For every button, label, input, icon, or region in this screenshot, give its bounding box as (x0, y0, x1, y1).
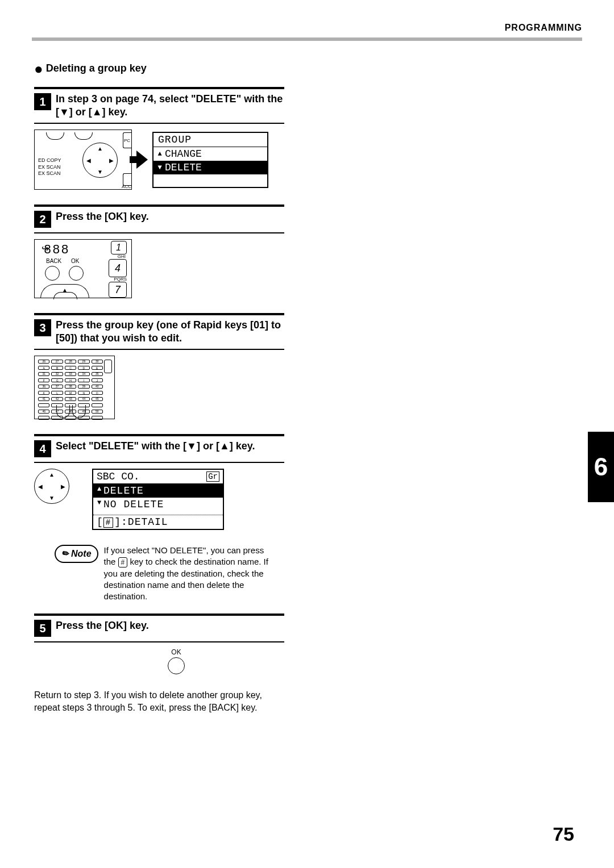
left-column: ● Deleting a group key 1 In step 3 on pa… (34, 62, 284, 713)
bullet-icon: ● (34, 60, 43, 77)
step-3-number: 3 (34, 319, 51, 336)
step-3: 3 Press the group key (one of Rapid keys… (34, 313, 284, 419)
rapid-keys-diagram: 2627282930ABCDE3132333435FGHIJ3637383940… (34, 356, 115, 419)
step-4: 4 Select "DELETE" with the [▼] or [▲] ke… (34, 434, 284, 530)
group-badge: Gr (206, 471, 219, 482)
rapid-key-letter: D (78, 366, 89, 370)
hash-key-icon: # (103, 518, 113, 528)
note-label: Note (71, 549, 92, 559)
dpad-half-icon: ▲ (40, 284, 89, 298)
rapid-key-number: 36 (38, 385, 49, 389)
caret-up-icon: ▲ (96, 485, 103, 496)
rapid-key-letter: J (92, 378, 103, 382)
note-badge: ✎ Note (55, 545, 98, 563)
panel-label-edcopy: ED COPY (38, 157, 61, 164)
page-number: 75 (553, 823, 574, 845)
lcd2-item-nodelete: NO DELETE (103, 499, 164, 510)
rapid-key-letter: N (78, 391, 89, 395)
rapid-key-number: 37 (51, 385, 63, 389)
rapid-key-blank (38, 416, 49, 420)
rapid-key-letter: C (65, 366, 76, 370)
note-block: ✎ Note If you select "NO DELETE", you ca… (55, 545, 284, 602)
key-pqrs-label: PQRS (114, 277, 127, 282)
rapid-key-number: 26 (38, 360, 49, 364)
rapid-key-number: 43 (65, 397, 76, 401)
rapid-key-letter: L (51, 391, 63, 395)
step-2: 2 Press the [OK] key. ↪ 888 BACK OK 1 GH… (34, 205, 284, 298)
lcd-screen-2: SBC CO. Gr ▲ DELETE ▼ NO DELETE [#]:DETA… (92, 469, 224, 530)
pencil-icon: ✎ (59, 548, 72, 561)
rapid-key-number: 44 (78, 397, 89, 401)
manual-page: PROGRAMMING ● Deleting a group key 1 In … (0, 0, 614, 868)
rapid-key-number: 42 (51, 397, 63, 401)
ok-button-icon (69, 266, 84, 281)
rapid-key-number: 39 (78, 385, 89, 389)
rapid-key-blank (92, 403, 103, 407)
rapid-key-letter: B (51, 366, 63, 370)
arrow-right-icon (136, 151, 148, 169)
step-2-text: Press the [OK] key. (56, 210, 149, 223)
caret-down-icon: ▼ (156, 164, 164, 172)
rapid-key-letter: G (51, 378, 63, 382)
rapid-key-letter: K (38, 391, 49, 395)
ok-button-diagram: OK (68, 648, 284, 674)
back-button-icon (45, 266, 60, 281)
rapid-key-number: 32 (51, 372, 63, 376)
rapid-key-number: 31 (38, 372, 49, 376)
ok-label: OK (68, 648, 284, 656)
rapid-key-letter: F (38, 378, 49, 382)
caret-down-icon: ▼ (96, 499, 103, 510)
step-4-number: 4 (34, 440, 51, 457)
rapid-key-blank (92, 416, 103, 420)
panel-label-exscan1: EX SCAN (38, 164, 61, 171)
step-5-text: Press the [OK] key. (56, 619, 149, 632)
step-4-text: Select "DELETE" with the [▼] or [▲] key. (56, 440, 255, 453)
ok-button-icon (168, 657, 185, 674)
rapid-key-number: 45 (92, 397, 103, 401)
panel-small-pc: PC (124, 138, 130, 143)
step-1-text: In step 3 on page 74, select "DELETE" wi… (56, 93, 284, 118)
dpad-icon: ▲ ▼ ◀ ▶ (34, 469, 69, 504)
lcd-screen-1: GROUP ▲ CHANGE ▼ DELETE (152, 132, 268, 188)
rapid-key-number: 35 (92, 372, 103, 376)
section-header: PROGRAMMING (505, 23, 582, 33)
closing-paragraph: Return to step 3. If you wish to delete … (34, 689, 284, 713)
caret-up-icon: ▲ (156, 150, 164, 158)
rapid-key-letter: E (92, 366, 103, 370)
section-title-text: Deleting a group key (46, 62, 147, 74)
chapter-tab: 6 (588, 432, 614, 502)
rapid-key-number: 27 (51, 360, 63, 364)
rapid-key-blank (38, 403, 49, 407)
section-title: ● Deleting a group key (34, 62, 284, 74)
rapid-key-number: 30 (92, 360, 103, 364)
step-5-number: 5 (34, 620, 51, 637)
panel-label-exscan2: EX SCAN (38, 170, 61, 177)
lcd1-item-change: CHANGE (165, 148, 202, 160)
rapid-key-letter: M (65, 391, 76, 395)
key-ghi-label: GHI (118, 254, 126, 259)
key-7: 7 (109, 282, 127, 298)
lcd1-title: GROUP (154, 133, 267, 147)
note-text: If you select "NO DELETE", you can press… (104, 545, 275, 602)
back-label: BACK (46, 258, 61, 264)
rapid-key-number: 50 (92, 410, 103, 414)
rapid-key-letter: O (92, 391, 103, 395)
hash-key-icon: # (118, 557, 128, 567)
rapid-key-number: 33 (65, 372, 76, 376)
rapid-key-number: 28 (65, 360, 76, 364)
step-1: 1 In step 3 on page 74, select "DELETE" … (34, 87, 284, 190)
panel-small-acc: ACC (122, 184, 131, 189)
key-1: 1 (111, 241, 127, 254)
rapid-key-letter: A (38, 366, 49, 370)
rapid-key-letter: H (65, 378, 76, 382)
header-rule (32, 37, 582, 41)
rapid-key-number: 34 (78, 372, 89, 376)
step-5: 5 Press the [OK] key. OK (34, 614, 284, 674)
ok-panel-diagram: ↪ 888 BACK OK 1 GHI 4 PQRS 7 ▲ (34, 239, 132, 298)
nav-panel-diagram: ▲ ▼ ◀ ▶ ED COPY EX SCAN EX SCAN PC ACC (34, 130, 132, 190)
lcd1-item-delete: DELETE (165, 162, 202, 173)
lcd2-item-delete: DELETE (103, 485, 144, 496)
rapid-key-number: 41 (38, 397, 49, 401)
step-2-number: 2 (34, 211, 51, 228)
key-4: 4 (109, 259, 127, 277)
